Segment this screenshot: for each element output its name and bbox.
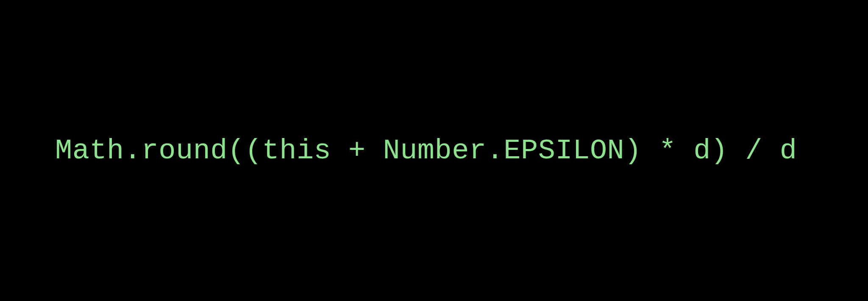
code-line: Math.round((this + Number.EPSILON) * d) …: [55, 135, 797, 167]
code-container: Math.round((this + Number.EPSILON) * d) …: [0, 0, 868, 301]
